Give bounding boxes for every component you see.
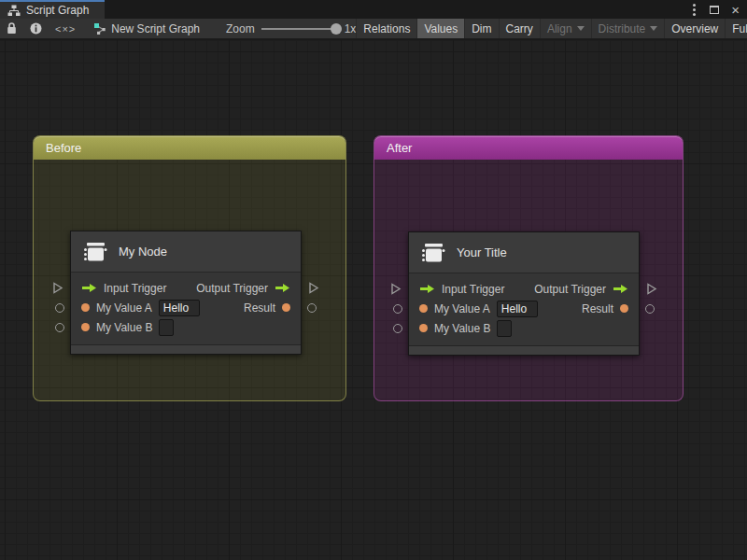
canvas-value-port-icon[interactable] [393, 304, 402, 314]
graph-toolbar: <×> New Script Graph Zoom 1x Relations V… [0, 19, 747, 39]
value-port-icon [282, 303, 290, 312]
node-footer [71, 344, 301, 354]
trigger-arrow-icon [419, 284, 435, 294]
toolbar-toggles: Relations Values Dim Carry Align Distrib… [356, 19, 747, 38]
port-label: Result [582, 302, 613, 315]
canvas-value-port-icon[interactable] [307, 303, 317, 313]
port-label: My Value A [434, 302, 490, 315]
value-port-icon [81, 303, 90, 312]
node-title: My Node [119, 245, 167, 259]
distribute-label: Distribute [599, 22, 646, 35]
script-graph-window: Script Graph × <×> [0, 0, 747, 560]
node-header[interactable]: Your Title [409, 232, 639, 273]
port-my-value-b[interactable]: My Value B [81, 319, 174, 336]
values-button[interactable]: Values [416, 19, 464, 38]
port-label: My Value A [96, 301, 152, 315]
zoom-label: Zoom [226, 22, 255, 35]
maximize-icon[interactable] [710, 6, 719, 14]
port-label: Output Trigger [534, 283, 606, 296]
graph-hierarchy-icon [7, 5, 21, 17]
value-port-icon [419, 304, 428, 313]
canvas-trigger-port-icon[interactable] [390, 283, 402, 295]
group-after-header[interactable]: After [374, 136, 683, 160]
node-box[interactable]: Your Title Input Trigger Output Trigger [408, 231, 640, 356]
chevron-down-icon [650, 26, 657, 31]
canvas-value-port-icon[interactable] [55, 323, 64, 332]
fullscreen-button[interactable]: Full Scr [725, 19, 747, 38]
zoom-slider-handle[interactable] [331, 23, 342, 35]
port-input-trigger[interactable]: Input Trigger [419, 283, 504, 296]
port-label: Input Trigger [104, 282, 166, 295]
tab-bar: Script Graph × [0, 0, 747, 19]
node-your-title[interactable]: Your Title Input Trigger Output Trigger [408, 231, 640, 356]
close-icon[interactable]: × [731, 3, 740, 17]
port-label: Input Trigger [442, 283, 504, 296]
script-graph-icon [93, 22, 106, 35]
value-a-input[interactable] [497, 301, 538, 317]
zoom-slider[interactable] [261, 28, 338, 30]
tab-script-graph[interactable]: Script Graph [0, 0, 105, 19]
group-title: Before [46, 141, 81, 155]
port-result[interactable]: Result [582, 302, 628, 315]
port-label: Output Trigger [196, 282, 268, 295]
value-b-input[interactable] [497, 320, 512, 337]
lock-icon [7, 22, 17, 35]
port-label: My Value B [434, 322, 490, 335]
group-title: After [387, 141, 412, 155]
port-input-trigger[interactable]: Input Trigger [81, 282, 166, 295]
trigger-arrow-icon [81, 283, 97, 293]
group-before-header[interactable]: Before [34, 136, 345, 160]
align-dropdown[interactable]: Align [540, 19, 591, 38]
dim-button[interactable]: Dim [464, 19, 498, 38]
canvas-trigger-port-icon[interactable] [308, 282, 319, 294]
lock-button[interactable] [0, 19, 23, 38]
distribute-dropdown[interactable]: Distribute [591, 19, 665, 38]
node-my-node[interactable]: My Node Input Trigger Output Trigger [70, 231, 302, 355]
unit-node-icon [82, 241, 108, 263]
value-port-icon [81, 323, 90, 331]
window-controls: × [691, 0, 740, 19]
graph-canvas[interactable]: Before After My Nod [0, 40, 747, 560]
trigger-arrow-icon [613, 284, 628, 294]
node-ports: Input Trigger Output Trigger My Valu [409, 273, 639, 345]
zoom-control: Zoom 1x [226, 19, 356, 38]
info-icon [30, 22, 42, 35]
value-a-input[interactable] [159, 300, 200, 316]
graph-breadcrumb[interactable]: New Script Graph [93, 19, 200, 38]
port-my-value-a[interactable]: My Value A [81, 300, 200, 316]
canvas-trigger-port-icon[interactable] [52, 282, 63, 294]
value-port-icon [419, 324, 428, 332]
info-button[interactable] [23, 19, 49, 38]
overview-button[interactable]: Overview [664, 19, 725, 38]
node-ports: Input Trigger Output Trigger My Valu [71, 273, 301, 344]
canvas-value-port-icon[interactable] [393, 324, 402, 333]
code-view-button[interactable]: <×> [49, 19, 82, 38]
value-port-icon [620, 304, 628, 313]
canvas-value-port-icon[interactable] [55, 303, 64, 313]
node-title: Your Title [457, 245, 507, 259]
canvas-trigger-port-icon[interactable] [646, 283, 657, 295]
align-label: Align [547, 22, 572, 35]
carry-button[interactable]: Carry [499, 19, 540, 38]
canvas-value-port-icon[interactable] [645, 304, 655, 314]
trigger-arrow-icon [275, 283, 290, 293]
node-box[interactable]: My Node Input Trigger Output Trigger [70, 231, 302, 355]
tab-title: Script Graph [26, 4, 89, 17]
chevron-down-icon [577, 26, 585, 31]
port-my-value-a[interactable]: My Value A [419, 301, 538, 317]
graph-name: New Script Graph [111, 22, 200, 35]
zoom-value: 1x [345, 22, 357, 35]
kebab-menu-icon[interactable] [693, 8, 696, 11]
port-output-trigger[interactable]: Output Trigger [196, 282, 290, 295]
port-my-value-b[interactable]: My Value B [419, 320, 512, 337]
port-label: Result [244, 301, 275, 315]
unit-node-icon [420, 242, 446, 264]
node-footer [409, 345, 639, 355]
port-label: My Value B [96, 321, 152, 334]
port-output-trigger[interactable]: Output Trigger [534, 283, 628, 296]
node-header[interactable]: My Node [71, 231, 301, 273]
value-b-input[interactable] [159, 319, 174, 336]
port-result[interactable]: Result [244, 301, 290, 315]
relations-button[interactable]: Relations [356, 19, 416, 38]
